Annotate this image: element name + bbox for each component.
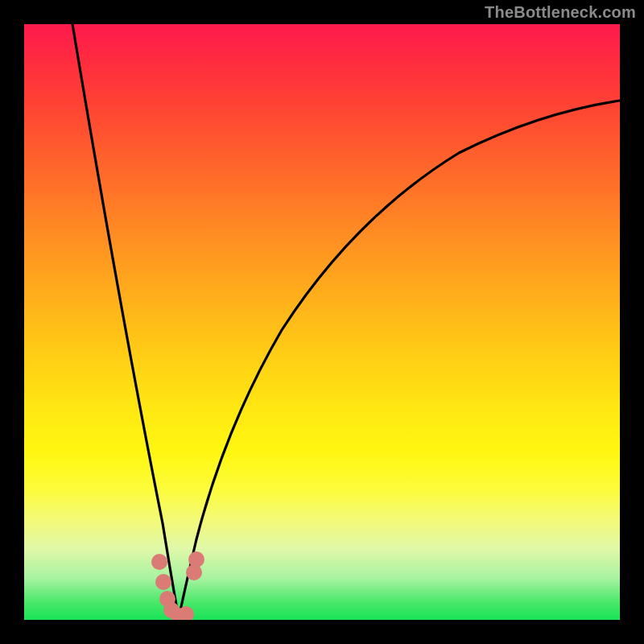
curve-right-branch (179, 101, 620, 618)
chart-frame: TheBottleneck.com (0, 0, 644, 644)
marker-dot (151, 554, 167, 570)
marker-dot (188, 551, 204, 568)
chart-curves (24, 24, 620, 620)
marker-dot (155, 574, 171, 590)
chart-plot-area (24, 24, 620, 620)
watermark-text: TheBottleneck.com (485, 3, 636, 22)
curve-markers (151, 551, 204, 620)
curve-left-branch (72, 24, 179, 618)
